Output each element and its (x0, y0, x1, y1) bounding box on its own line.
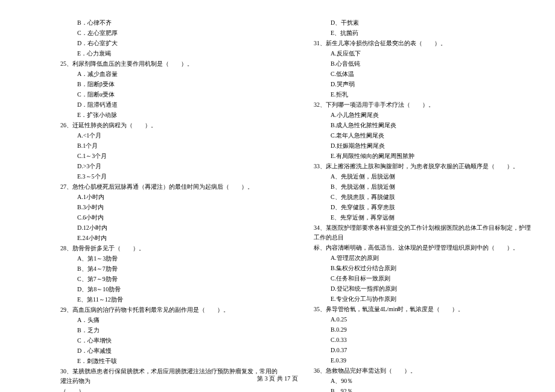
option-text: B、先脱远侧，后脱近侧 (314, 182, 531, 192)
option-text: B.成人急性化脓性阑尾炎 (314, 121, 531, 130)
option-text: C.低体温 (314, 69, 531, 79)
question-28: 28、肋骨骨折多见于（ ）。 (60, 244, 278, 253)
question-30-line2: （ ）。 (60, 387, 278, 392)
question-29: 29、高血压病的治疗药物卡托普利最常见的副作用是（ ）。 (60, 305, 278, 315)
option-text: B.1个月 (60, 141, 278, 151)
option-text: D．心率减慢 (60, 346, 278, 356)
option-text: D.0.37 (314, 346, 531, 355)
option-text: E.24小时内 (60, 233, 278, 243)
option-text: C．心率增快 (60, 336, 278, 346)
right-column: D、干扰素 E、抗菌药 31、新生儿寒冷损伤综合征最突出的表（ ）。 A.反应低… (314, 18, 531, 392)
option-text: A．减少血容量 (60, 69, 278, 79)
option-text: D．阻滞钙通道 (60, 100, 278, 110)
option-text: A.1小时内 (60, 192, 278, 202)
option-text: C、先脱患肢，再脱健肢 (314, 192, 531, 202)
option-text: A．头痛 (60, 315, 278, 325)
option-text: B.3小时内 (60, 203, 278, 212)
question-27: 27、急性心肌梗死后冠脉再通（再灌注）的最佳时间为起病后（ ）。 (60, 182, 278, 192)
option-text: E.专业化分工与协作原则 (314, 294, 531, 304)
option-text: C.0.33 (314, 335, 531, 345)
question-31: 31、新生儿寒冷损伤综合征最突出的表（ ）。 (314, 39, 531, 48)
option-text: A.反应低下 (314, 49, 531, 58)
left-column: B．心律不齐 C．左心室肥厚 D．右心室扩大 E．心力衰竭 25、利尿剂降低血压… (60, 18, 278, 392)
option-text: C.任务和目标一致原则 (314, 274, 531, 283)
option-text: B、第4～7肋骨 (60, 264, 278, 274)
option-text: B、92％ (314, 387, 531, 392)
option-text: D．右心室扩大 (60, 39, 278, 48)
option-text: C．左心室肥厚 (60, 28, 278, 38)
option-text: E、第11～12肋骨 (60, 295, 278, 305)
option-text: E．心力衰竭 (60, 49, 278, 58)
page-container: B．心律不齐 C．左心室肥厚 D．右心室扩大 E．心力衰竭 25、利尿剂降低血压… (0, 0, 555, 392)
option-text: B.集权分权过分结合原则 (314, 264, 531, 273)
option-text: C.老年人急性阑尾炎 (314, 131, 531, 141)
option-text: A、第1～3肋骨 (60, 254, 278, 264)
option-text: A、先脱近侧，后脱远侧 (314, 172, 531, 182)
page-footer: 第 3 页 共 17 页 (0, 375, 555, 383)
question-32: 32、下列哪一项适用于非手术疗法（ ）。 (314, 100, 531, 110)
option-text: E、先穿近侧，再穿远侧 (314, 213, 531, 223)
option-text: E.0.39 (314, 356, 531, 365)
option-text: A.0.25 (314, 315, 531, 324)
option-text: C.1～3个月 (60, 151, 278, 161)
option-text: B．心律不齐 (60, 18, 278, 28)
option-text: B．阻断β受体 (60, 80, 278, 89)
option-text: D.12小时内 (60, 223, 278, 233)
option-text: E、抗菌药 (314, 28, 531, 38)
option-text: A.管理层次的原则 (314, 253, 531, 263)
option-text: D、先穿健肢，再穿患肢 (314, 203, 531, 212)
option-text: D、第8～10肋骨 (60, 285, 278, 294)
option-text: E.拒乳 (314, 90, 531, 100)
option-text: D.登记和统一指挥的原则 (314, 284, 531, 294)
option-text: E．刺激性干咳 (60, 356, 278, 366)
option-text: C．阻断α受体 (60, 90, 278, 100)
option-text: B.0.29 (314, 325, 531, 335)
question-26: 26、迁延性肺炎的病程为（ ）。 (60, 121, 278, 130)
option-text: D.>3个月 (60, 162, 278, 171)
option-text: E.有局限性倾向的阑尾周围脓肿 (314, 151, 531, 161)
option-text: B．乏力 (60, 326, 278, 335)
option-text: B.心音低钝 (314, 59, 531, 69)
option-text: A.小儿急性阑尾炎 (314, 110, 531, 120)
option-text: C.6小时内 (60, 213, 278, 223)
option-text: E.3～5个月 (60, 172, 278, 182)
option-text: D.妊娠期急性阑尾炎 (314, 141, 531, 151)
question-35: 35、鼻导管给氧，氧流量4L/min时，氧浓度是（ ）。 (314, 305, 531, 314)
question-34-line1: 34、某医院护理部要求各科室提交的工作计划根据医院的总体工作目标制定，护理工作的… (314, 223, 531, 242)
question-34-line2: 标、内容清晰明确，高低适当。这体现的是护理管理组织原则中的（ ）。 (314, 243, 531, 253)
option-text: C、第7～9肋骨 (60, 274, 278, 284)
option-text: D、干扰素 (314, 18, 531, 28)
option-text: D.哭声弱 (314, 80, 531, 89)
question-25: 25、利尿剂降低血压的主要作用机制是（ ）。 (60, 59, 278, 69)
option-text: E．扩张小动脉 (60, 110, 278, 120)
question-33: 33、床上擦浴擦洗上肢和胸腹部时，为患者脱穿衣服的正确顺序是（ ）。 (314, 162, 531, 171)
option-text: A.<1个月 (60, 131, 278, 141)
